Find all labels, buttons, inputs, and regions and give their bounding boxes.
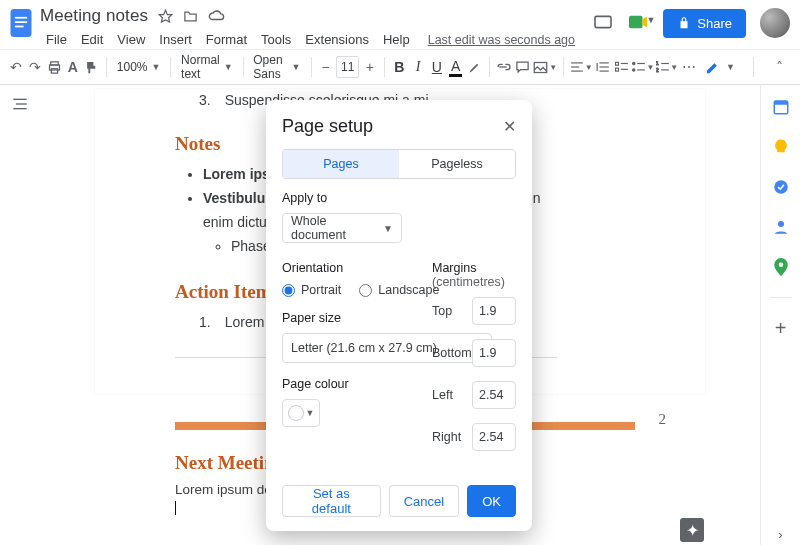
margin-left-label: Left xyxy=(432,388,453,402)
margin-bottom-input[interactable] xyxy=(472,339,516,367)
set-as-default-button[interactable]: Set as default xyxy=(282,485,381,517)
margin-left-input[interactable] xyxy=(472,381,516,409)
apply-to-value: Whole document xyxy=(291,214,383,242)
page-colour-label: Page colour xyxy=(282,377,406,391)
cancel-button[interactable]: Cancel xyxy=(389,485,459,517)
tab-pages[interactable]: Pages xyxy=(283,150,399,178)
close-icon[interactable]: ✕ xyxy=(503,117,516,136)
margin-top-input[interactable] xyxy=(472,297,516,325)
page-setup-dialog: Page setup ✕ Pages Pageless Apply to Who… xyxy=(266,100,532,531)
colour-swatch xyxy=(288,405,304,421)
paper-size-value: Letter (21.6 cm x 27.9 cm) xyxy=(291,341,437,355)
tab-pageless[interactable]: Pageless xyxy=(399,150,515,178)
dialog-title: Page setup xyxy=(282,116,373,137)
margin-right-input[interactable] xyxy=(472,423,516,451)
chevron-down-icon: ▼ xyxy=(306,408,315,418)
margin-top-label: Top xyxy=(432,304,452,318)
orientation-label: Orientation xyxy=(282,261,406,275)
margin-bottom-label: Bottom xyxy=(432,346,472,360)
chevron-down-icon: ▼ xyxy=(383,223,393,234)
radio-landscape[interactable]: Landscape xyxy=(359,283,439,297)
page-colour-picker[interactable]: ▼ xyxy=(282,399,320,427)
radio-portrait[interactable]: Portrait xyxy=(282,283,341,297)
ok-button[interactable]: OK xyxy=(467,485,516,517)
apply-to-label: Apply to xyxy=(282,191,516,205)
dialog-tabs: Pages Pageless xyxy=(282,149,516,179)
paper-size-label: Paper size xyxy=(282,311,406,325)
margin-right-label: Right xyxy=(432,430,461,444)
margins-label: Margins (centimetres) xyxy=(432,261,516,289)
apply-to-select[interactable]: Whole document▼ xyxy=(282,213,402,243)
